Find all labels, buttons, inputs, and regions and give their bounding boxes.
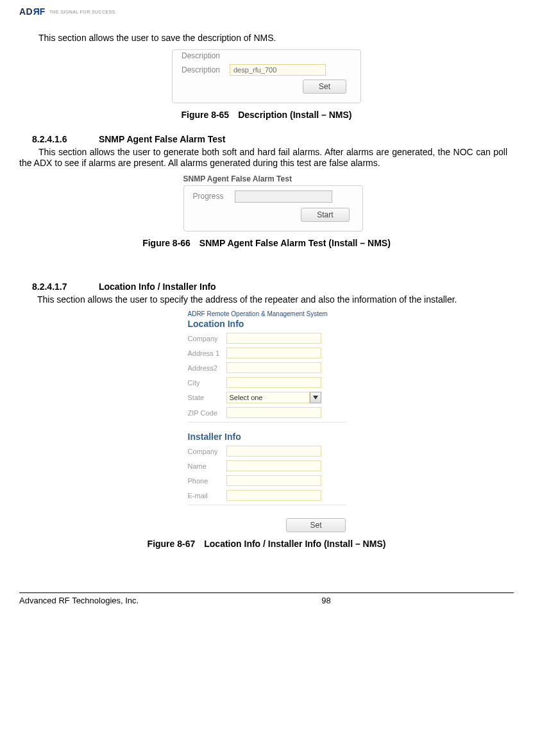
installer-info-heading: Installer Info bbox=[188, 432, 346, 442]
location-super-title: ADRF Remote Operation & Management Syste… bbox=[188, 310, 346, 317]
section-heading-snmp: 8.2.4.1.6 SNMP Agent False Alarm Test bbox=[32, 134, 514, 144]
inst-name-input[interactable] bbox=[226, 460, 321, 471]
loc-state-label: State bbox=[188, 394, 226, 401]
loc-city-input[interactable] bbox=[226, 377, 321, 388]
loc-city-label: City bbox=[188, 379, 226, 387]
location-info-heading: Location Info bbox=[188, 319, 346, 329]
description-panel: Description Description Set bbox=[172, 49, 361, 103]
snmp-progress-bar bbox=[235, 190, 332, 203]
loc-state-dropdown-button[interactable] bbox=[310, 392, 321, 403]
loc-address1-input[interactable] bbox=[226, 348, 321, 358]
divider-1 bbox=[188, 422, 346, 432]
inst-company-label: Company bbox=[188, 448, 226, 455]
chevron-down-icon bbox=[313, 396, 318, 399]
section-title-location: Location Info / Installer Info bbox=[99, 281, 216, 292]
section-heading-location: 8.2.4.1.7 Location Info / Installer Info bbox=[32, 281, 514, 292]
loc-state-value: Select one bbox=[230, 394, 263, 401]
snmp-progress-label: Progress bbox=[193, 192, 235, 201]
inst-email-input[interactable] bbox=[226, 490, 321, 501]
footer: Advanced RF Technologies, Inc. 98 bbox=[19, 592, 514, 605]
header: ADRF THE SIGNAL FOR SUCCESS bbox=[19, 6, 514, 17]
section-num-snmp: 8.2.4.1.6 bbox=[32, 134, 96, 144]
loc-zip-input[interactable] bbox=[226, 407, 321, 418]
logo-part-a: AD bbox=[19, 6, 33, 17]
desc-intro-text: This section allows the user to save the… bbox=[38, 33, 507, 44]
loc-address2-label: Address2 bbox=[188, 364, 226, 372]
inst-email-label: E-mail bbox=[188, 492, 226, 500]
loc-state-select[interactable]: Select one bbox=[226, 392, 310, 403]
divider-2 bbox=[188, 505, 346, 514]
snmp-panel: Progress Start bbox=[183, 185, 363, 231]
section-num-location: 8.2.4.1.7 bbox=[32, 281, 96, 292]
description-panel-title: Description bbox=[182, 51, 351, 60]
loc-address1-label: Address 1 bbox=[188, 349, 226, 357]
description-label: Description bbox=[182, 65, 230, 74]
inst-phone-input[interactable] bbox=[226, 475, 321, 486]
loc-state-select-wrap: Select one bbox=[226, 392, 321, 403]
figure-caption-67: Figure 8-67 Location Info / Installer In… bbox=[19, 539, 514, 549]
figure-location-panel: ADRF Remote Operation & Management Syste… bbox=[19, 310, 514, 532]
logo-part-r: R bbox=[33, 6, 40, 17]
snmp-panel-wrap: SNMP Agent False Alarm Test Progress Sta… bbox=[183, 174, 350, 231]
loc-address2-input[interactable] bbox=[226, 362, 321, 373]
inst-name-label: Name bbox=[188, 462, 226, 470]
description-set-button[interactable]: Set bbox=[303, 80, 346, 94]
figure-caption-65: Figure 8-65 Description (Install – NMS) bbox=[19, 110, 514, 120]
snmp-body-text: This section allows the user to generate… bbox=[19, 147, 507, 169]
figure-snmp-panel: SNMP Agent False Alarm Test Progress Sta… bbox=[19, 174, 514, 231]
inst-company-input[interactable] bbox=[226, 446, 321, 457]
loc-zip-label: ZIP Code bbox=[188, 409, 226, 417]
location-panel: ADRF Remote Operation & Management Syste… bbox=[188, 310, 346, 532]
loc-company-input[interactable] bbox=[226, 333, 321, 344]
snmp-start-button[interactable]: Start bbox=[301, 208, 349, 222]
location-set-button[interactable]: Set bbox=[286, 518, 345, 532]
section-title-snmp: SNMP Agent False Alarm Test bbox=[99, 134, 226, 144]
inst-phone-label: Phone bbox=[188, 477, 226, 485]
logo: ADRF bbox=[19, 6, 46, 17]
tagline: THE SIGNAL FOR SUCCESS bbox=[49, 10, 115, 14]
footer-company: Advanced RF Technologies, Inc. bbox=[19, 596, 139, 605]
figure-description-panel: Description Description Set bbox=[19, 49, 514, 103]
page: ADRF THE SIGNAL FOR SUCCESS This section… bbox=[0, 0, 533, 569]
snmp-panel-title: SNMP Agent False Alarm Test bbox=[183, 174, 350, 183]
loc-company-label: Company bbox=[188, 335, 226, 342]
logo-part-f: F bbox=[40, 6, 46, 17]
footer-page: 98 bbox=[139, 596, 514, 605]
description-input[interactable] bbox=[230, 64, 326, 76]
location-body-text: This section allows the user to specify … bbox=[37, 294, 507, 306]
figure-caption-66: Figure 8-66 SNMP Agent False Alarm Test … bbox=[19, 238, 514, 248]
